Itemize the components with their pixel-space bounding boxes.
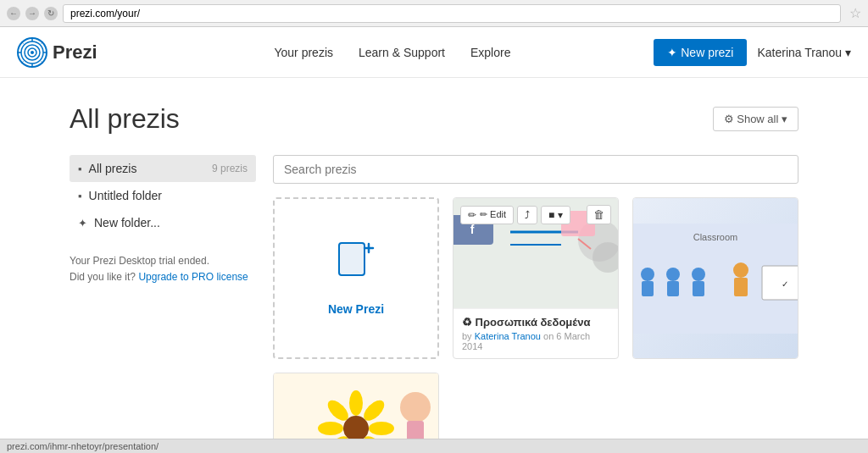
svg-point-4 <box>31 51 34 54</box>
sidebar-item-count: 9 prezis <box>212 163 248 174</box>
svg-point-39 <box>369 422 394 435</box>
share-icon: ⤴ <box>525 209 530 221</box>
svg-rect-33 <box>762 266 798 300</box>
prezis-grid: New Prezi f <box>273 197 798 453</box>
prezi-card-meta: by Katerina Tranou on 6 March 2014 <box>462 331 609 351</box>
search-input[interactable] <box>273 155 798 184</box>
forward-button[interactable]: → <box>25 7 39 20</box>
svg-rect-26 <box>642 281 654 296</box>
trial-notice-question: Did you like it? Upgrade to PRO license <box>70 269 256 285</box>
svg-point-48 <box>400 392 431 423</box>
svg-point-25 <box>641 268 654 281</box>
logo-link[interactable]: Prezi <box>17 37 97 68</box>
trial-notice-text: Your Prezi Desktop trial ended. <box>70 253 256 269</box>
new-prezi-label: New Prezi <box>328 302 384 316</box>
browser-chrome: ← → ↻ ☆ <box>0 0 868 27</box>
sidebar-item-label-3: New folder... <box>94 216 160 229</box>
content-area: ▪ All prezis 9 prezis ▪ Untitled folder … <box>70 155 798 453</box>
upgrade-link[interactable]: Upgrade to PRO license <box>138 271 248 283</box>
address-bar[interactable] <box>63 4 841 23</box>
show-all-button[interactable]: ⚙ Show all ▾ <box>713 107 798 131</box>
status-bar: prezi.com/ihmr-nhetoyr/presentation/ <box>0 439 868 453</box>
author-link[interactable]: Katerina Tranou <box>475 331 541 341</box>
more-button[interactable]: ■ ▾ <box>541 206 570 224</box>
prezi-card-classroom[interactable]: ✓ Classroom <box>632 197 798 359</box>
logo-text: Prezi <box>53 41 97 64</box>
svg-rect-32 <box>734 278 748 296</box>
new-prezi-nav-button[interactable]: ✦ New prezi <box>654 39 747 66</box>
folder-icon: ▪ <box>78 163 82 175</box>
main-content: All prezis ⚙ Show all ▾ ▪ All prezis 9 p… <box>53 78 815 453</box>
svg-text:✓: ✓ <box>782 279 788 289</box>
new-prezi-file-icon <box>337 241 375 294</box>
delete-button[interactable]: 🗑 <box>587 205 611 224</box>
prezi-card-info-personal: ♻ Προσωπικά δεδομένα by Katerina Tranou … <box>453 308 618 358</box>
nav-explore[interactable]: Explore <box>470 42 510 63</box>
svg-point-29 <box>692 268 705 281</box>
trash-icon: 🗑 <box>593 208 604 221</box>
navbar-links: Your prezis Learn & Support Explore <box>131 42 654 63</box>
new-folder-icon: ✦ <box>78 217 87 229</box>
svg-point-45 <box>343 416 369 441</box>
sidebar-item-label: All prezis <box>89 162 137 175</box>
prezi-card-personal[interactable]: f <box>453 197 619 359</box>
navbar-actions: ✦ New prezi Katerina Tranou ▾ <box>654 39 851 66</box>
sidebar-item-label-2: Untitled folder <box>89 189 162 202</box>
sidebar: ▪ All prezis 9 prezis ▪ Untitled folder … <box>70 155 256 453</box>
back-button[interactable]: ← <box>7 7 20 20</box>
svg-rect-13 <box>339 243 364 275</box>
svg-point-43 <box>318 422 343 435</box>
prezi-card-actions: ✏ ✏ Edit ⤴ ■ ▾ 🗑 <box>460 205 611 224</box>
svg-text:Classroom: Classroom <box>693 232 738 242</box>
nav-your-prezis[interactable]: Your prezis <box>274 42 333 63</box>
page-header: All prezis ⚙ Show all ▾ <box>70 103 798 135</box>
edit-button[interactable]: ✏ ✏ Edit <box>460 206 514 224</box>
prezi-card-thumb-classroom: ✓ Classroom <box>633 198 798 358</box>
svg-rect-28 <box>667 281 679 296</box>
folder-icon-2: ▪ <box>78 190 82 202</box>
trial-notice: Your Prezi Desktop trial ended. Did you … <box>70 253 256 285</box>
pencil-icon: ✏ <box>468 209 476 221</box>
refresh-button[interactable]: ↻ <box>44 7 58 20</box>
svg-point-27 <box>666 268 680 281</box>
bookmark-star-icon[interactable]: ☆ <box>849 5 861 21</box>
svg-text:f: f <box>470 223 475 236</box>
user-menu[interactable]: Katerina Tranou ▾ <box>757 46 851 59</box>
prezis-area: New Prezi f <box>273 155 798 453</box>
new-prezi-card[interactable]: New Prezi <box>273 197 439 359</box>
prezi-logo-icon <box>17 37 47 68</box>
prezi-card-title: ♻ Προσωπικά δεδομένα <box>462 316 609 329</box>
svg-rect-30 <box>693 281 704 296</box>
status-url: prezi.com/ihmr-nhetoyr/presentation/ <box>7 441 159 451</box>
svg-point-37 <box>349 390 363 416</box>
page-title: All prezis <box>70 103 180 135</box>
sidebar-item-new-folder[interactable]: ✦ New folder... <box>70 209 256 236</box>
navbar: Prezi Your prezis Learn & Support Explor… <box>0 27 868 78</box>
nav-learn-support[interactable]: Learn & Support <box>359 42 445 63</box>
share-button[interactable]: ⤴ <box>517 206 537 224</box>
sidebar-item-untitled-folder[interactable]: ▪ Untitled folder <box>70 182 256 209</box>
sidebar-item-all-prezis[interactable]: ▪ All prezis 9 prezis <box>70 155 256 182</box>
svg-point-31 <box>733 262 748 278</box>
